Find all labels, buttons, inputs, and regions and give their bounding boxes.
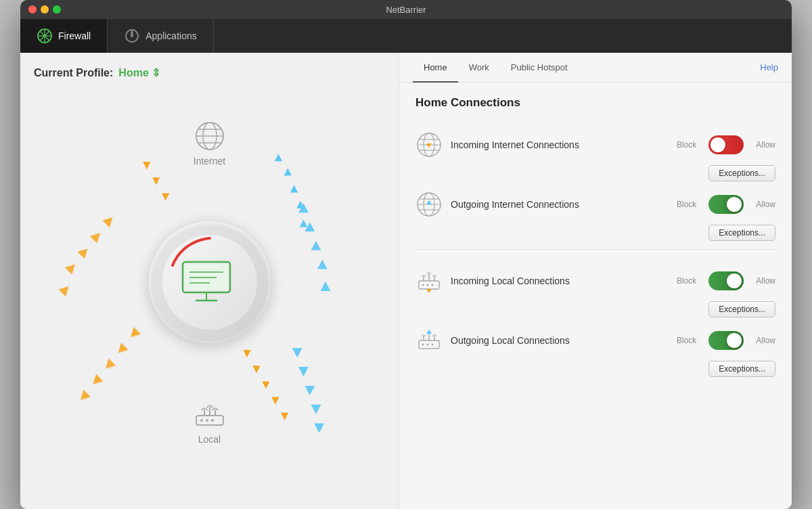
tab-firewall[interactable]: Firewall [20,19,108,53]
traffic-lights [28,5,61,14]
outgoing-local-label: Outgoing Local Connections [451,335,669,346]
profile-bar: Current Profile: Home ⇕ [34,66,385,79]
close-button[interactable] [28,5,37,14]
svg-point-67 [432,284,434,286]
svg-point-2 [131,35,133,37]
center-computer [149,221,271,343]
minimize-button[interactable] [41,5,49,14]
exceptions-row-3: Exceptions... [415,357,775,377]
connection-row-incoming-local: Incoming Local Connections Block Allow [415,258,775,297]
svg-marker-42 [252,366,260,373]
toggle-knob-1 [727,197,742,212]
titlebar: NetBarrier [20,0,792,19]
toggle-incoming-local[interactable] [708,271,744,290]
exceptions-button-1[interactable]: Exceptions... [708,225,775,241]
svg-point-70 [422,344,424,346]
svg-marker-39 [281,413,288,420]
outgoing-internet-label: Outgoing Internet Connections [451,199,669,210]
exceptions-button-2[interactable]: Exceptions... [708,301,775,317]
incoming-internet-label: Incoming Internet Connections [451,139,669,150]
fullscreen-button[interactable] [53,5,61,14]
svg-marker-46 [162,193,169,200]
toggle-incoming-internet[interactable] [708,135,744,154]
block-label-0: Block [677,140,696,150]
section-title: Home Connections [415,96,775,110]
svg-marker-63 [426,200,432,204]
incoming-local-label: Incoming Local Connections [451,275,669,286]
svg-marker-40 [271,397,279,405]
network-diagram: Internet Local [34,86,385,479]
svg-marker-73 [426,330,432,334]
incoming-internet-icon [415,131,443,158]
right-tab-bar: Home Work Public Hotspot Help [399,53,792,83]
toggle-outgoing-local[interactable] [708,331,744,350]
allow-label-0: Allow [756,140,775,150]
svg-marker-48 [284,168,292,175]
toggle-knob-2 [727,273,742,288]
exceptions-button-0[interactable]: Exceptions... [708,165,775,181]
allow-label-2: Allow [756,276,775,286]
connection-row-outgoing-local: Outgoing Local Connections Block Allow [415,317,775,357]
left-panel: Current Profile: Home ⇕ [20,53,399,509]
applications-icon [124,28,140,44]
svg-marker-43 [244,350,251,357]
right-content: Home Connections Incoming Internet Conne… [399,83,792,509]
exceptions-row-0: Exceptions... [415,161,775,181]
toggle-knob-0 [710,137,725,152]
exceptions-button-3[interactable]: Exceptions... [708,361,775,377]
app-window: NetBarrier Firewall Applications Cu [20,0,792,509]
block-label-1: Block [677,200,696,209]
exceptions-row-1: Exceptions... [415,221,775,241]
tab-applications-label: Applications [145,30,197,41]
tab-applications[interactable]: Applications [108,19,214,53]
section-divider [415,249,775,250]
svg-marker-68 [426,289,432,293]
svg-point-65 [422,284,424,286]
main-content: Current Profile: Home ⇕ [20,53,792,509]
svg-marker-44 [143,162,150,169]
svg-marker-57 [426,143,432,148]
toggle-outgoing-internet[interactable] [708,195,744,214]
exceptions-row-2: Exceptions... [415,297,775,317]
toggle-knob-3 [727,333,742,348]
svg-point-72 [432,344,434,346]
svg-marker-51 [300,219,307,227]
profile-label: Current Profile: [34,67,113,79]
help-link[interactable]: Help [760,62,778,72]
tab-firewall-label: Firewall [58,30,91,41]
svg-marker-45 [152,177,160,185]
tab-bar: Firewall Applications [20,19,792,53]
svg-marker-50 [296,201,304,208]
outgoing-internet-icon [415,191,443,218]
outgoing-local-icon [415,327,443,354]
firewall-icon [37,28,53,44]
block-label-2: Block [677,276,696,286]
window-title: NetBarrier [386,5,426,15]
svg-point-66 [427,284,429,286]
tab-work[interactable]: Work [458,53,500,83]
tab-public-hotspot[interactable]: Public Hotspot [500,53,579,83]
block-label-3: Block [677,336,696,345]
tab-home[interactable]: Home [413,53,458,83]
allow-label-3: Allow [756,336,775,345]
status-arc [159,231,261,333]
svg-marker-49 [290,185,298,192]
incoming-local-icon [415,267,443,294]
connection-row-outgoing-internet: Outgoing Internet Connections Block Allo… [415,181,775,221]
profile-value[interactable]: Home ⇕ [118,66,160,79]
right-panel: Home Work Public Hotspot Help Home Conne… [399,53,792,509]
connection-row-incoming-internet: Incoming Internet Connections Block Allo… [415,122,775,161]
svg-point-71 [427,344,429,346]
allow-label-1: Allow [756,200,775,209]
svg-marker-41 [262,381,269,389]
svg-marker-47 [275,154,282,161]
